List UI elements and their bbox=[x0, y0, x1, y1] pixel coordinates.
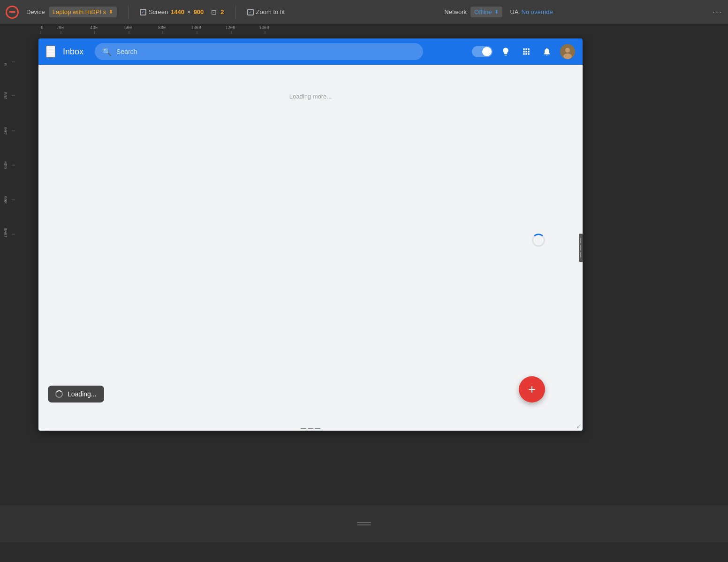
device-section: Device Laptop with HiDPI s ⬍ bbox=[26, 7, 117, 17]
avatar-image bbox=[560, 44, 575, 59]
screen-badge: 2 bbox=[220, 8, 224, 15]
bottom-status-bar bbox=[0, 505, 728, 542]
zoom-label: Zoom to fit bbox=[256, 8, 285, 15]
ruler-svg-left: 0 200 400 600 800 1000 bbox=[0, 34, 15, 505]
bottom-handle-line-1 bbox=[357, 522, 371, 523]
svg-text:1200: 1200 bbox=[225, 25, 235, 30]
inbox-title: Inbox bbox=[63, 47, 83, 57]
resize-handle-bottom[interactable] bbox=[299, 426, 322, 431]
resize-handle-right[interactable] bbox=[579, 234, 583, 262]
screen-checkbox-icon bbox=[140, 9, 146, 15]
ruler-svg-top: 0 200 400 600 800 1000 1200 1400 bbox=[15, 24, 728, 34]
no-entry-icon bbox=[6, 6, 19, 19]
device-label: Device bbox=[26, 8, 45, 15]
screen-section: Screen 1440 × 900 bbox=[140, 8, 204, 15]
hamburger-menu-button[interactable]: ☰ bbox=[46, 46, 55, 58]
vertical-ruler: 0 200 400 600 800 1000 bbox=[0, 34, 15, 505]
notifications-icon-button[interactable] bbox=[539, 44, 554, 59]
loading-spinner-icon bbox=[55, 390, 63, 398]
resize-grip-3 bbox=[580, 252, 581, 258]
loading-badge-text: Loading... bbox=[68, 390, 97, 398]
simulated-browser: ☰ Inbox 🔍 Search bbox=[38, 38, 583, 431]
svg-text:0: 0 bbox=[3, 63, 8, 66]
more-button[interactable]: ··· bbox=[713, 7, 722, 17]
svg-text:200: 200 bbox=[56, 25, 64, 30]
toggle-switch[interactable] bbox=[472, 46, 493, 57]
svg-text:1000: 1000 bbox=[191, 25, 201, 30]
svg-text:1000: 1000 bbox=[3, 228, 8, 238]
svg-point-31 bbox=[565, 48, 570, 53]
ua-label: UA bbox=[510, 8, 518, 15]
svg-text:400: 400 bbox=[90, 25, 98, 30]
resize-grip-1 bbox=[580, 238, 581, 243]
horizontal-ruler: 0 200 400 600 800 1000 1200 1400 bbox=[15, 24, 728, 34]
toolbar-row-1: Device Laptop with HiDPI s ⬍ Screen 1440… bbox=[0, 0, 728, 24]
main-workspace: 0 200 400 600 800 1000 1200 1400 0 200 4… bbox=[0, 24, 728, 542]
content-spinner bbox=[532, 234, 545, 247]
zoom-checkbox-icon bbox=[247, 9, 254, 15]
svg-text:800: 800 bbox=[158, 25, 166, 30]
more-icon: ··· bbox=[713, 7, 722, 16]
ideas-icon-button[interactable] bbox=[498, 44, 513, 59]
fab-compose-button[interactable]: + bbox=[519, 376, 545, 403]
bottom-resize-handle[interactable] bbox=[357, 522, 371, 525]
toolbar-divider-2 bbox=[235, 6, 236, 19]
svg-text:0: 0 bbox=[41, 25, 43, 30]
device-name-text: Laptop with HiDPI s bbox=[53, 8, 106, 15]
screen-height: 900 bbox=[194, 8, 204, 15]
bottom-grip-2 bbox=[308, 428, 313, 429]
screen-checkbox[interactable]: Screen bbox=[140, 8, 168, 15]
screen-width: 1440 bbox=[171, 8, 184, 15]
network-select-button[interactable]: Offline ⬍ bbox=[470, 7, 502, 17]
network-label: Network bbox=[444, 8, 467, 15]
svg-text:200: 200 bbox=[3, 92, 8, 99]
bell-icon bbox=[542, 47, 552, 56]
screen-x: × bbox=[187, 8, 191, 15]
bottom-handle-line-2 bbox=[357, 524, 371, 525]
network-value: Offline bbox=[474, 8, 492, 15]
bottom-grip-1 bbox=[301, 428, 306, 429]
zoom-checkbox[interactable]: Zoom to fit bbox=[247, 8, 285, 15]
resize-grip-2 bbox=[580, 245, 581, 251]
svg-text:400: 400 bbox=[3, 127, 8, 135]
search-placeholder-text: Search bbox=[116, 48, 137, 55]
ua-value: No override bbox=[521, 8, 553, 15]
ua-section: UA No override bbox=[510, 8, 553, 15]
screen-label: Screen bbox=[149, 8, 168, 15]
grid-icon bbox=[522, 47, 531, 56]
search-icon: 🔍 bbox=[102, 47, 112, 56]
monitor-section: ⊡ 2 bbox=[211, 8, 224, 16]
device-select-button[interactable]: Laptop with HiDPI s ⬍ bbox=[49, 7, 117, 17]
bulb-icon bbox=[501, 47, 510, 56]
grid-icon-button[interactable] bbox=[519, 44, 534, 59]
device-chevron-icon: ⬍ bbox=[109, 9, 113, 15]
hamburger-menu-icon: ☰ bbox=[47, 47, 54, 56]
svg-text:600: 600 bbox=[3, 161, 8, 169]
loading-more-text: Loading more... bbox=[289, 93, 332, 100]
user-avatar[interactable] bbox=[560, 44, 575, 59]
scale-arrow-icon: ↙ bbox=[576, 422, 582, 430]
svg-rect-17 bbox=[0, 34, 15, 505]
svg-point-32 bbox=[563, 53, 572, 59]
toggle-thumb bbox=[482, 47, 492, 56]
fab-plus-icon: + bbox=[528, 383, 536, 396]
svg-text:800: 800 bbox=[3, 196, 8, 204]
inbox-header: ☰ Inbox 🔍 Search bbox=[38, 38, 583, 65]
network-chevron-icon: ⬍ bbox=[494, 9, 499, 15]
header-actions bbox=[472, 44, 575, 59]
monitor-icon: ⊡ bbox=[211, 8, 217, 16]
svg-rect-0 bbox=[15, 24, 728, 34]
toolbar-divider-1 bbox=[128, 6, 129, 19]
svg-text:1400: 1400 bbox=[259, 25, 269, 30]
search-bar[interactable]: 🔍 Search bbox=[95, 43, 423, 60]
svg-text:600: 600 bbox=[124, 25, 132, 30]
network-section: Network Offline ⬍ bbox=[444, 7, 502, 17]
loading-badge: Loading... bbox=[48, 386, 104, 403]
bottom-grip-3 bbox=[315, 428, 320, 429]
inbox-content: Loading more... + Loading... bbox=[38, 65, 583, 431]
